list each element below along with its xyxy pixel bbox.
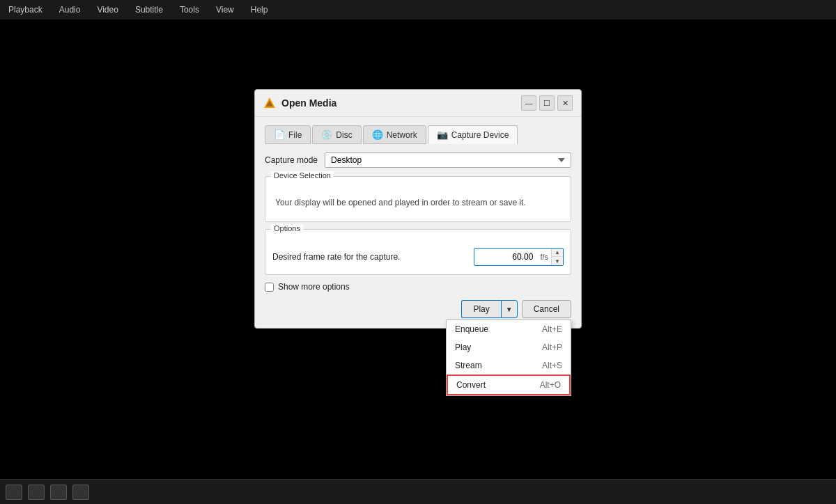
device-selection-group: Device Selection Your display will be op… xyxy=(265,176,571,222)
menu-bar: Playback Audio Video Subtitle Tools View… xyxy=(0,0,836,19)
dropdown-enqueue-shortcut: Alt+E xyxy=(542,324,562,334)
show-more-checkbox[interactable] xyxy=(265,283,274,292)
options-group: Options Desired frame rate for the captu… xyxy=(265,229,571,275)
menu-subtitle[interactable]: Subtitle xyxy=(132,3,166,16)
frame-rate-unit: f/s xyxy=(537,251,551,263)
play-dropdown-button[interactable]: ▼ xyxy=(501,300,518,318)
dropdown-convert-shortcut: Alt+O xyxy=(540,380,561,390)
bottom-btn-3[interactable] xyxy=(50,485,67,500)
bottom-btn-1[interactable] xyxy=(6,485,22,500)
frame-rate-row: Desired frame rate for the capture. f/s … xyxy=(272,248,564,266)
dialog-title: Open Media xyxy=(263,97,336,109)
frame-rate-label: Desired frame rate for the capture. xyxy=(272,252,468,262)
menu-help[interactable]: Help xyxy=(248,3,271,16)
options-title: Options xyxy=(271,224,303,233)
dropdown-play-label: Play xyxy=(455,342,471,352)
bottom-btn-2[interactable] xyxy=(28,485,45,500)
device-selection-text: Your display will be opened and played i… xyxy=(275,198,526,207)
tab-file-label: File xyxy=(288,130,302,140)
file-icon: 📄 xyxy=(274,129,285,140)
disc-icon: 💿 xyxy=(321,129,332,140)
spinner-down-button[interactable]: ▼ xyxy=(552,257,563,265)
menu-tools[interactable]: Tools xyxy=(177,3,202,16)
dialog-overlay: Open Media — ☐ ✕ 📄 File 💿 Disc xyxy=(0,19,836,479)
dropdown-enqueue-label: Enqueue xyxy=(455,324,488,334)
tab-capture[interactable]: 📷 Capture Device xyxy=(428,125,518,144)
menu-playback[interactable]: Playback xyxy=(6,3,45,16)
tab-capture-label: Capture Device xyxy=(451,130,509,140)
cancel-button[interactable]: Cancel xyxy=(522,300,571,318)
device-selection-content: Your display will be opened and played i… xyxy=(272,192,564,213)
dropdown-play[interactable]: Play Alt+P xyxy=(447,338,571,356)
bottom-btn-4[interactable] xyxy=(72,485,89,500)
action-buttons: Play ▼ Cancel Enqueue Alt+E Play Alt+P xyxy=(265,300,571,320)
play-button-group: Play ▼ xyxy=(461,300,517,318)
open-media-dialog: Open Media — ☐ ✕ 📄 File 💿 Disc xyxy=(254,89,582,329)
tab-network-label: Network xyxy=(387,130,417,140)
show-more-label: Show more options xyxy=(278,282,350,292)
network-icon: 🌐 xyxy=(372,129,383,140)
vlc-cone-icon xyxy=(263,97,276,109)
close-button[interactable]: ✕ xyxy=(557,95,573,111)
play-button[interactable]: Play xyxy=(461,300,500,318)
dialog-content: 📄 File 💿 Disc 🌐 Network 📷 Capture Device xyxy=(255,117,581,328)
maximize-button[interactable]: ☐ xyxy=(539,95,555,111)
tab-network[interactable]: 🌐 Network xyxy=(363,125,426,144)
frame-rate-input[interactable] xyxy=(474,250,537,264)
dropdown-enqueue[interactable]: Enqueue Alt+E xyxy=(447,320,571,338)
titlebar-controls: — ☐ ✕ xyxy=(521,95,573,111)
menu-audio[interactable]: Audio xyxy=(56,3,84,16)
dropdown-stream[interactable]: Stream Alt+S xyxy=(447,356,571,375)
capture-mode-select[interactable]: Desktop xyxy=(325,152,571,168)
dialog-titlebar: Open Media — ☐ ✕ xyxy=(255,90,581,117)
dropdown-convert[interactable]: Convert Alt+O xyxy=(447,375,571,395)
minimize-button[interactable]: — xyxy=(521,95,536,111)
bottom-bar xyxy=(0,479,836,504)
tab-file[interactable]: 📄 File xyxy=(265,125,311,144)
dropdown-play-shortcut: Alt+P xyxy=(542,342,562,352)
device-selection-title: Device Selection xyxy=(271,171,334,180)
dropdown-stream-shortcut: Alt+S xyxy=(542,361,562,370)
play-dropdown-menu: Enqueue Alt+E Play Alt+P Stream Alt+S Co… xyxy=(446,320,571,396)
tab-disc-label: Disc xyxy=(336,130,352,140)
menu-video[interactable]: Video xyxy=(94,3,121,16)
dropdown-convert-label: Convert xyxy=(456,380,486,390)
capture-icon: 📷 xyxy=(437,129,448,140)
spinner-up-button[interactable]: ▲ xyxy=(552,249,563,257)
tab-disc[interactable]: 💿 Disc xyxy=(312,125,361,144)
capture-mode-row: Capture mode Desktop xyxy=(265,152,571,168)
tabs-container: 📄 File 💿 Disc 🌐 Network 📷 Capture Device xyxy=(265,125,571,144)
dropdown-stream-label: Stream xyxy=(455,361,482,370)
dialog-title-text: Open Media xyxy=(281,97,336,109)
show-more-row: Show more options xyxy=(265,282,571,292)
menu-view[interactable]: View xyxy=(213,3,237,16)
capture-mode-label: Capture mode xyxy=(265,155,318,165)
frame-rate-input-container: f/s ▲ ▼ xyxy=(474,248,564,266)
frame-rate-spinners: ▲ ▼ xyxy=(551,249,563,265)
